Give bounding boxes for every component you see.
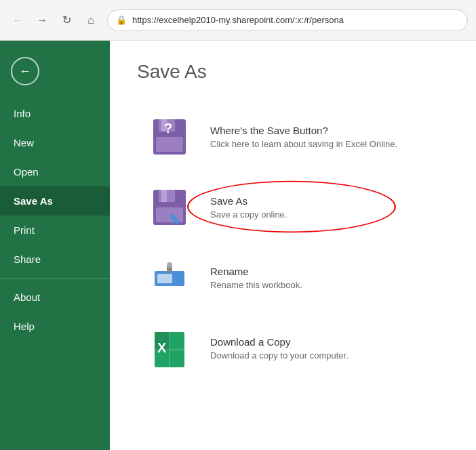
back-button[interactable]: ← [8, 11, 27, 30]
svg-point-14 [167, 262, 172, 268]
rename-title: Rename [210, 266, 443, 277]
wheres-save-title: Where's the Save Button? [210, 125, 443, 136]
main-content: Save As ? Where's the Save But [110, 41, 476, 450]
rename-desc: Rename this workbook. [210, 280, 443, 290]
sidebar-back-button[interactable]: ← [11, 57, 39, 85]
svg-text:X: X [157, 340, 167, 355]
download-copy-title: Download a Copy [210, 336, 443, 348]
wheres-save-desc: Click here to learn about saving in Exce… [210, 139, 443, 149]
sidebar-item-open[interactable]: Open [0, 157, 110, 186]
lock-icon: 🔒 [116, 15, 127, 25]
sidebar-item-help[interactable]: Help [0, 312, 110, 341]
option-wheres-save[interactable]: ? Where's the Save Button? Click here to… [137, 103, 449, 171]
option-download-copy[interactable]: X Download a Copy Download a copy to you… [137, 314, 449, 382]
refresh-button[interactable]: ↻ [57, 11, 76, 30]
forward-button[interactable]: → [33, 11, 52, 30]
sidebar-item-new[interactable]: New [0, 128, 110, 157]
wheres-save-text: Where's the Save Button? Click here to l… [210, 125, 443, 149]
sidebar-item-save-as[interactable]: Save As [0, 186, 110, 216]
sidebar-item-print[interactable]: Print [0, 216, 110, 245]
save-as-desc: Save a copy online. [210, 209, 443, 220]
option-list: ? Where's the Save Button? Click here to… [137, 103, 449, 382]
download-copy-desc: Download a copy to your computer. [210, 350, 443, 361]
sidebar-nav: Info New Open Save As Print Share About … [0, 99, 110, 341]
save-as-text: Save As Save a copy online. [210, 195, 443, 220]
option-save-as[interactable]: Save As Save a copy online. [137, 173, 449, 241]
sidebar-item-info[interactable]: Info [0, 99, 110, 128]
rename-icon [142, 251, 197, 305]
wheres-save-icon: ? [142, 110, 197, 164]
option-rename[interactable]: Rename Rename this workbook. [137, 244, 449, 312]
svg-rect-3 [156, 137, 183, 152]
address-text: https://excelhelp2010-my.sharepoint.com/… [132, 15, 344, 25]
app-layout: ← Info New Open Save As Print Share Abou… [0, 41, 476, 450]
download-copy-icon: X [142, 321, 197, 375]
sidebar-item-share[interactable]: Share [0, 245, 110, 274]
back-btn-container: ← [0, 47, 110, 99]
browser-chrome: ← → ↻ ⌂ 🔒 https://excelhelp2010-my.share… [0, 0, 476, 41]
download-copy-text: Download a Copy Download a copy to your … [210, 336, 443, 361]
rename-text: Rename Rename this workbook. [210, 266, 443, 290]
address-bar[interactable]: 🔒 https://excelhelp2010-my.sharepoint.co… [107, 9, 468, 31]
page-title: Save As [137, 61, 449, 83]
nav-buttons: ← → ↻ ⌂ [8, 11, 100, 30]
save-as-title: Save As [210, 195, 443, 207]
sidebar-item-about[interactable]: About [0, 283, 110, 312]
svg-rect-12 [157, 274, 172, 283]
save-as-icon [142, 180, 197, 234]
svg-rect-7 [161, 190, 167, 202]
svg-text:?: ? [164, 121, 172, 136]
home-button[interactable]: ⌂ [81, 11, 100, 30]
sidebar-divider [0, 278, 110, 279]
sidebar: ← Info New Open Save As Print Share Abou… [0, 41, 110, 450]
svg-rect-8 [156, 207, 183, 222]
